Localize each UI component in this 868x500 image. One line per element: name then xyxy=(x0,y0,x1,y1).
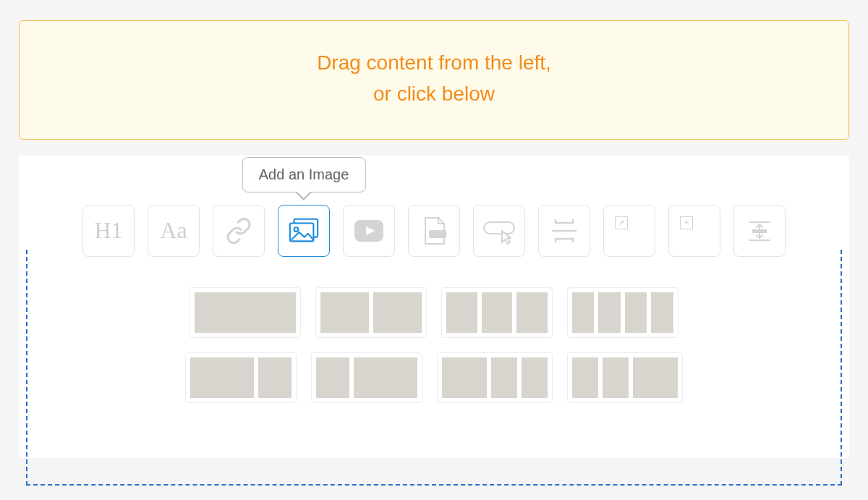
layout-narrow-narrow-wide[interactable] xyxy=(567,352,683,403)
file-icon: FILE xyxy=(420,216,448,246)
tooltip-text: Add an Image xyxy=(259,166,349,182)
layout-2col[interactable] xyxy=(315,287,427,338)
layout-options xyxy=(19,287,849,403)
link-tool[interactable] xyxy=(213,205,265,257)
layout-wide-narrow[interactable] xyxy=(185,352,297,403)
banner-line-1: Drag content from the left, xyxy=(317,51,551,74)
editor-stage: H1 Aa Add an Image xyxy=(19,156,849,486)
heading-icon: H1 xyxy=(94,217,122,244)
social-share-icon: ↗ t f in xyxy=(615,216,644,245)
social-follow-icon: + t f in xyxy=(680,216,709,245)
button-tool[interactable] xyxy=(473,205,525,257)
instruction-banner: Drag content from the left, or click bel… xyxy=(19,20,849,140)
layout-row-2 xyxy=(185,352,683,403)
spacer-tool[interactable] xyxy=(733,205,786,257)
video-icon xyxy=(354,219,384,242)
spacer-icon xyxy=(745,216,774,245)
banner-line-2: or click below xyxy=(373,82,495,105)
link-icon xyxy=(225,217,252,245)
divider-icon xyxy=(550,216,579,245)
heading-tool[interactable]: H1 xyxy=(82,205,135,257)
content-toolbar: H1 Aa Add an Image xyxy=(19,205,849,257)
layout-row-1 xyxy=(190,287,678,338)
image-tool-tooltip: Add an Image xyxy=(242,157,366,192)
social-follow-tool[interactable]: + t f in xyxy=(668,205,720,257)
svg-text:FILE: FILE xyxy=(432,232,443,237)
text-icon: Aa xyxy=(160,217,187,244)
layout-wide-narrow-narrow[interactable] xyxy=(437,352,553,403)
divider-tool[interactable] xyxy=(538,205,590,257)
button-icon xyxy=(482,216,516,245)
file-tool[interactable]: FILE xyxy=(408,205,460,257)
layout-1col[interactable] xyxy=(190,287,301,338)
layout-narrow-wide[interactable] xyxy=(311,352,422,403)
text-tool[interactable]: Aa xyxy=(148,205,200,257)
layout-4col[interactable] xyxy=(567,287,678,338)
svg-rect-6 xyxy=(484,222,514,234)
image-tool[interactable]: Add an Image xyxy=(278,205,330,257)
video-tool[interactable] xyxy=(343,205,395,257)
layout-3col[interactable] xyxy=(441,287,553,338)
social-share-tool[interactable]: ↗ t f in xyxy=(603,205,655,257)
image-icon xyxy=(287,216,320,245)
